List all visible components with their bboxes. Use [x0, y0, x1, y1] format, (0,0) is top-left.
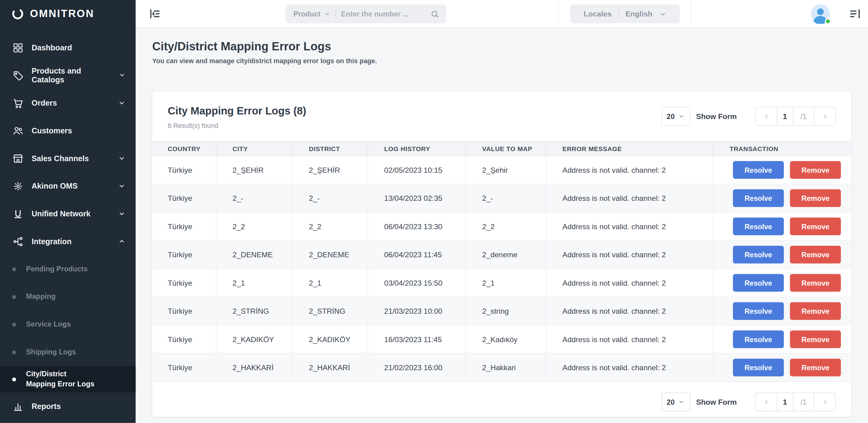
- show-form-button-bottom[interactable]: Show Form: [696, 398, 737, 406]
- sidebar-item-products-and-catalogs[interactable]: Products and Catalogs: [0, 61, 135, 89]
- cell-country: Türkiye: [152, 326, 216, 354]
- cell-log-history: 21/03/2023 10:00: [368, 297, 465, 325]
- reports-icon: [12, 400, 24, 412]
- sidebar-item-orders[interactable]: Orders: [0, 89, 135, 117]
- show-form-button[interactable]: Show Form: [696, 112, 737, 120]
- locales-label: Locales: [584, 10, 612, 18]
- sidebar: OMNITRON Dashboard Products and Catalogs: [0, 0, 135, 423]
- search-icon[interactable]: [430, 9, 439, 19]
- column-header-value-to-map: VALUE TO MAP: [465, 142, 546, 155]
- app-root: OMNITRON Dashboard Products and Catalogs: [0, 0, 868, 423]
- cell-city: 2_HAKKARİ: [216, 354, 292, 382]
- table-row: Türkiye 2_HAKKARİ 2_HAKKARİ 21/02/2023 1…: [152, 354, 851, 382]
- resolve-button[interactable]: Resolve: [733, 218, 784, 235]
- resolve-button[interactable]: Resolve: [733, 274, 784, 292]
- page-size-select[interactable]: 20: [661, 107, 690, 126]
- search-input[interactable]: [341, 10, 425, 18]
- cell-district: 2_ŞEHİR: [292, 156, 368, 184]
- topbar: Product Locales English: [135, 0, 868, 28]
- sidebar-item-customers[interactable]: Customers: [0, 117, 135, 145]
- table-controls-top: 20 Show Form 1 /1: [661, 107, 836, 126]
- sidebar-item-label: Products and Catalogs: [31, 66, 111, 84]
- remove-button[interactable]: Remove: [790, 161, 841, 179]
- sidebar-item-unified-network[interactable]: Unified Network: [0, 200, 135, 228]
- cell-transaction: Resolve Remove: [713, 184, 851, 212]
- sidebar-subitem-label: Service Logs: [26, 320, 71, 329]
- next-page-button[interactable]: [814, 108, 835, 125]
- resolve-button[interactable]: Resolve: [733, 161, 784, 179]
- sidebar-subitem-pending-products[interactable]: Pending Products: [0, 255, 135, 283]
- resolve-button[interactable]: Resolve: [733, 302, 784, 320]
- sidebar-subitem-shipping-logs[interactable]: Shipping Logs: [0, 338, 135, 366]
- user-avatar[interactable]: [810, 4, 830, 24]
- cell-city: 2_KADIKÖY: [216, 326, 292, 354]
- main-area: Product Locales English: [135, 0, 868, 423]
- sidebar-item-label: Sales Channels: [31, 154, 89, 163]
- sidebar-item-reports[interactable]: Reports: [0, 392, 135, 420]
- cell-transaction: Resolve Remove: [713, 326, 851, 354]
- cell-country: Türkiye: [152, 156, 216, 184]
- sidebar-collapse-button[interactable]: [148, 7, 162, 21]
- card-title-block: City Mapping Error Logs (8) 8 Result(s) …: [168, 105, 306, 130]
- brand-logo[interactable]: OMNITRON: [0, 0, 135, 28]
- sidebar-subitem-mapping[interactable]: Mapping: [0, 283, 135, 311]
- remove-button[interactable]: Remove: [790, 189, 841, 207]
- page-size-select-bottom[interactable]: 20: [661, 392, 690, 412]
- chevron-down-icon: [118, 210, 125, 217]
- prev-page-button[interactable]: [756, 108, 777, 125]
- cell-district: 2_-: [292, 184, 368, 212]
- sidebar-item-akinon-oms[interactable]: Akinon OMS: [0, 172, 135, 200]
- prev-page-button[interactable]: [756, 393, 777, 411]
- next-page-button[interactable]: [814, 393, 835, 411]
- online-status-dot: [825, 18, 831, 24]
- page-content: City/District Mapping Error Logs You can…: [135, 28, 868, 423]
- remove-button[interactable]: Remove: [790, 331, 841, 348]
- cell-error-message: Address is not valid. channel: 2: [546, 184, 713, 212]
- tag-icon: [12, 69, 24, 81]
- cell-city: 2_ŞEHİR: [216, 156, 292, 184]
- remove-button[interactable]: Remove: [790, 302, 841, 320]
- chevron-down-icon: [324, 10, 331, 17]
- remove-button[interactable]: Remove: [790, 246, 841, 263]
- cell-transaction: Resolve Remove: [713, 354, 851, 382]
- resolve-button[interactable]: Resolve: [733, 189, 784, 207]
- total-pages: /1: [793, 108, 814, 125]
- cell-district: 2_KADIKÖY: [292, 326, 368, 354]
- resolve-button[interactable]: Resolve: [733, 246, 784, 263]
- sidebar-item-integration[interactable]: Integration: [0, 228, 135, 255]
- cell-value-to-map: 2_string: [465, 297, 546, 325]
- remove-button[interactable]: Remove: [790, 359, 841, 376]
- sidebar-subitem-city-district-mapping-error-logs[interactable]: City/District Mapping Error Logs: [0, 366, 135, 392]
- cell-country: Türkiye: [152, 184, 216, 212]
- unified-network-icon: [12, 208, 24, 219]
- total-pages: /1: [793, 393, 814, 411]
- cell-city: 2_2: [216, 212, 292, 240]
- error-logs-table: COUNTRY CITY DISTRICT LOG HISTORY VALUE …: [152, 141, 851, 382]
- cell-error-message: Address is not valid. channel: 2: [546, 241, 713, 269]
- resolve-button[interactable]: Resolve: [733, 331, 784, 348]
- column-header-log-history: LOG HISTORY: [368, 142, 465, 155]
- sidebar-item-dashboard[interactable]: Dashboard: [0, 34, 135, 62]
- cell-transaction: Resolve Remove: [713, 297, 851, 325]
- sidebar-nav: Dashboard Products and Catalogs Orders: [0, 28, 135, 420]
- activity-panel-button[interactable]: [848, 7, 862, 21]
- language-selector[interactable]: Locales English: [570, 5, 680, 24]
- bullet-icon: [12, 267, 16, 271]
- table-row: Türkiye 2_STRİNG 2_STRİNG 21/03/2023 10:…: [152, 297, 851, 326]
- search-category-select[interactable]: Product: [293, 10, 331, 18]
- table-row: Türkiye 2_- 2_- 13/04/2023 02:35 2_- Add…: [152, 184, 851, 213]
- table-row: Türkiye 2_1 2_1 03/04/2023 15:50 2_1 Add…: [152, 269, 851, 297]
- customers-icon: [12, 125, 24, 137]
- table-header-row: COUNTRY CITY DISTRICT LOG HISTORY VALUE …: [152, 141, 851, 156]
- sidebar-item-label: Customers: [31, 126, 72, 135]
- chevron-up-icon: [118, 237, 125, 245]
- sidebar-item-sales-channels[interactable]: Sales Channels: [0, 144, 135, 172]
- cell-city: 2_1: [216, 269, 292, 297]
- remove-button[interactable]: Remove: [790, 218, 841, 235]
- bullet-icon: [12, 295, 16, 299]
- resolve-button[interactable]: Resolve: [733, 359, 784, 376]
- remove-button[interactable]: Remove: [790, 274, 841, 292]
- sidebar-subitem-service-logs[interactable]: Service Logs: [0, 311, 135, 338]
- table-controls-bottom: 20 Show Form 1 /1: [661, 391, 836, 412]
- selected-language: English: [625, 10, 652, 18]
